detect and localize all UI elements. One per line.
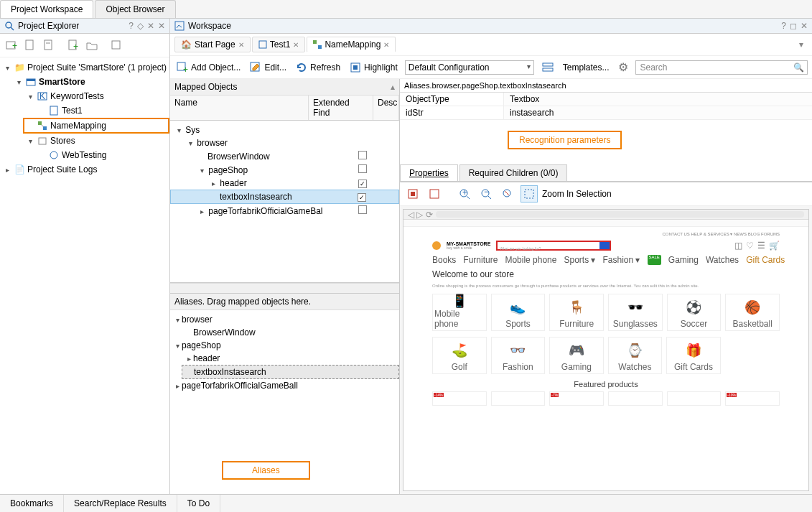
new-project-button[interactable]: +: [3, 37, 20, 54]
workspace-icon: [174, 21, 185, 31]
keyword-tests-icon: KT: [37, 90, 48, 102]
alias-browserwindow[interactable]: BrowserWindow: [193, 327, 256, 338]
project-tree[interactable]: ▾📁Project Suite 'SmartStore' (1 project)…: [0, 57, 169, 494]
collapse-icon[interactable]: ▴: [391, 82, 395, 92]
svg-rect-9: [112, 41, 120, 49]
pin-icon[interactable]: ✕: [147, 21, 154, 31]
project-explorer-panel: Project Explorer ? ◇ ✕ ✕ + + ▾📁Project S…: [0, 19, 170, 494]
add-object-button[interactable]: + Add Object...: [174, 60, 242, 75]
product-tile: 🎮Gaming: [549, 337, 604, 374]
store-welcome: Welcome to our store: [432, 269, 780, 279]
tab-todo[interactable]: To Do: [177, 495, 220, 512]
dropdown-icon[interactable]: ◇: [137, 21, 144, 31]
magnifier-icon: [4, 21, 14, 31]
new-item1-button[interactable]: [22, 37, 39, 54]
product-tile: ⛳Golf: [432, 337, 487, 374]
tab-namemapping[interactable]: NameMapping ✕: [307, 37, 396, 52]
preview-highlight2-button[interactable]: [426, 185, 443, 203]
svg-rect-42: [525, 190, 533, 198]
settings-button[interactable]: ⚙: [617, 59, 630, 75]
col-extended-find[interactable]: Extended Find: [309, 96, 373, 120]
svg-line-17: [42, 125, 43, 126]
checkbox[interactable]: [358, 164, 367, 173]
checkbox-checked[interactable]: ✓: [358, 193, 366, 202]
project-explorer-title: Project Explorer: [18, 21, 79, 31]
close-icon[interactable]: ✕: [158, 21, 165, 31]
new-item2-button[interactable]: [40, 37, 57, 54]
col-desc[interactable]: Desc: [373, 96, 399, 120]
edit-button[interactable]: Edit...: [248, 60, 288, 75]
alias-header[interactable]: header: [193, 353, 220, 363]
zoom-in-button[interactable]: +: [456, 185, 473, 203]
ws-help-icon[interactable]: ?: [781, 21, 786, 31]
tab-start-page[interactable]: 🏠 Start Page ✕: [174, 37, 251, 52]
search-icon: 🔍: [793, 62, 804, 73]
store-top-icons: ◫♡☰🛒: [734, 241, 780, 251]
tab-search-replace[interactable]: Search/Replace Results: [64, 495, 177, 512]
close-icon[interactable]: ✕: [238, 41, 244, 49]
new-item3-button[interactable]: +: [65, 37, 82, 54]
keyword-tests-node[interactable]: KeywordTests: [50, 91, 104, 101]
horizontal-scrollbar[interactable]: [170, 283, 399, 293]
checkbox[interactable]: [358, 205, 367, 214]
workspace-title: Workspace: [188, 21, 231, 31]
config-dropdown[interactable]: Default Configuration: [405, 60, 534, 75]
store-search-button-icon: [599, 242, 610, 249]
aliases-title: Aliases. Drag mapped objects here.: [174, 297, 311, 307]
mapped-aliases-column: Mapped Objects ▴ Name Extended Find Desc…: [170, 79, 400, 494]
featured-row: -14% -7% -10%: [432, 391, 780, 406]
zoom-label: Zoom In Selection: [542, 189, 612, 199]
open-button[interactable]: [83, 37, 101, 54]
alias-torfabrik[interactable]: pageTorfabrikOfficialGameBall: [182, 381, 298, 391]
col-name[interactable]: Name: [170, 96, 309, 120]
svg-rect-22: [313, 40, 317, 44]
webtesting-node[interactable]: WebTesting: [62, 150, 106, 160]
tab-bookmarks[interactable]: Bookmarks: [0, 495, 64, 512]
property-row[interactable]: ObjectType Textbox: [400, 93, 812, 106]
zoom-reset-button[interactable]: [499, 185, 516, 203]
logs-icon: 📄: [14, 164, 25, 175]
templates-button[interactable]: Templates...: [561, 61, 611, 74]
checkbox[interactable]: [358, 151, 367, 159]
ws-max-icon[interactable]: ◻: [790, 21, 797, 31]
svg-rect-30: [543, 68, 553, 71]
stores-icon: [37, 135, 48, 146]
sub-tabs: Properties Required Children (0/0): [400, 164, 812, 182]
highlight-button[interactable]: Highlight: [347, 60, 399, 75]
property-row[interactable]: idStr instasearch: [400, 106, 812, 120]
alias-textbox[interactable]: textboxInstasearch: [194, 367, 266, 377]
item5-button[interactable]: [108, 37, 125, 54]
project-node[interactable]: SmartStore: [39, 77, 85, 87]
tab-menu-icon[interactable]: ▾: [795, 39, 808, 50]
svg-rect-16: [43, 126, 47, 130]
config-manage-button[interactable]: [540, 60, 556, 75]
alias-pageshop[interactable]: pageShop: [182, 340, 221, 350]
close-icon[interactable]: ✕: [293, 41, 299, 49]
tab-required-children[interactable]: Required Children (0/0): [459, 164, 568, 181]
help-icon[interactable]: ?: [129, 21, 134, 31]
ws-close-icon[interactable]: ✕: [801, 21, 808, 31]
suite-icon: 📁: [14, 62, 25, 73]
object-preview: + − Zoom In Selection ◁ ▷ ⟳: [400, 182, 812, 494]
tab-object-browser[interactable]: Object Browser: [95, 0, 175, 18]
tab-project-workspace[interactable]: Project Workspace: [0, 0, 93, 18]
svg-rect-5: [45, 40, 52, 50]
close-icon[interactable]: ✕: [383, 41, 389, 49]
refresh-button[interactable]: Refresh: [294, 60, 342, 75]
logs-node[interactable]: Project Suite Logs: [27, 164, 97, 174]
suite-node[interactable]: Project Suite 'SmartStore' (1 project): [27, 62, 167, 73]
namemapping-node[interactable]: NameMapping: [50, 121, 106, 131]
mapped-tree[interactable]: ▾ Sys ▾ browser BrowserWindow ▾ pageShop…: [170, 121, 399, 283]
tab-test1[interactable]: Test1 ✕: [252, 37, 306, 52]
search-input[interactable]: Search 🔍: [635, 60, 808, 75]
checkbox-checked[interactable]: ✓: [358, 180, 367, 188]
svg-point-0: [6, 22, 11, 28]
stores-node[interactable]: Stores: [50, 136, 75, 146]
zoom-out-button[interactable]: −: [477, 185, 495, 203]
test1-node[interactable]: Test1: [62, 106, 83, 116]
alias-browser[interactable]: browser: [182, 315, 213, 325]
properties-column: Aliases.browser.pageShop.textboxInstasea…: [400, 79, 812, 494]
zoom-selection-button[interactable]: [521, 185, 538, 203]
tab-properties[interactable]: Properties: [400, 164, 458, 181]
preview-highlight-button[interactable]: [404, 185, 421, 203]
